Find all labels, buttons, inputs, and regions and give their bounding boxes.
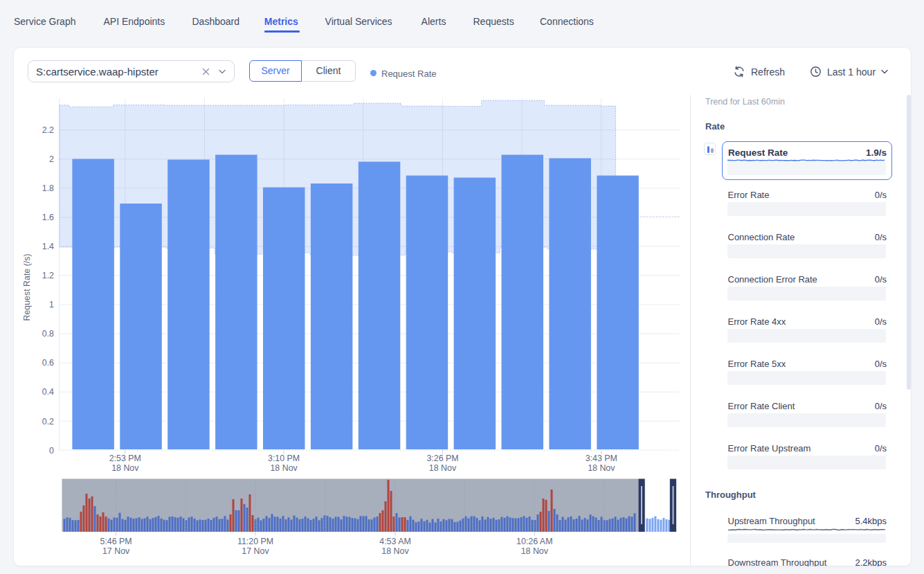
- svg-text:18 Nov: 18 Nov: [520, 546, 548, 556]
- svg-text:Request Rate (/s): Request Rate (/s): [22, 253, 32, 321]
- svg-text:18 Nov: 18 Nov: [270, 463, 298, 473]
- svg-text:0.4: 0.4: [42, 387, 53, 397]
- svg-text:2: 2: [49, 154, 54, 164]
- svg-text:0: 0: [49, 446, 54, 456]
- svg-text:18 Nov: 18 Nov: [588, 463, 615, 473]
- svg-text:1: 1: [49, 300, 54, 310]
- svg-text:11:20 PM: 11:20 PM: [237, 537, 273, 546]
- svg-text:3:10 PM: 3:10 PM: [268, 454, 300, 463]
- svg-text:0.2: 0.2: [42, 417, 53, 427]
- svg-text:2.2: 2.2: [42, 125, 53, 135]
- svg-text:10:26 AM: 10:26 AM: [516, 537, 552, 546]
- svg-text:4:53 AM: 4:53 AM: [379, 537, 410, 546]
- svg-text:5:46 PM: 5:46 PM: [100, 537, 132, 546]
- svg-text:17 Nov: 17 Nov: [242, 546, 269, 556]
- svg-text:1.2: 1.2: [42, 271, 53, 280]
- svg-text:1.8: 1.8: [42, 183, 53, 193]
- svg-text:17 Nov: 17 Nov: [102, 546, 129, 556]
- svg-text:0.8: 0.8: [42, 329, 53, 339]
- svg-text:3:26 PM: 3:26 PM: [426, 454, 458, 463]
- svg-text:1.6: 1.6: [42, 213, 53, 222]
- svg-text:3:43 PM: 3:43 PM: [585, 454, 617, 463]
- svg-text:1.4: 1.4: [42, 242, 53, 251]
- svg-text:18 Nov: 18 Nov: [111, 463, 139, 473]
- svg-text:2:53 PM: 2:53 PM: [109, 454, 141, 463]
- svg-text:18 Nov: 18 Nov: [381, 546, 409, 556]
- svg-text:0.6: 0.6: [42, 358, 53, 368]
- svg-text:18 Nov: 18 Nov: [428, 463, 456, 473]
